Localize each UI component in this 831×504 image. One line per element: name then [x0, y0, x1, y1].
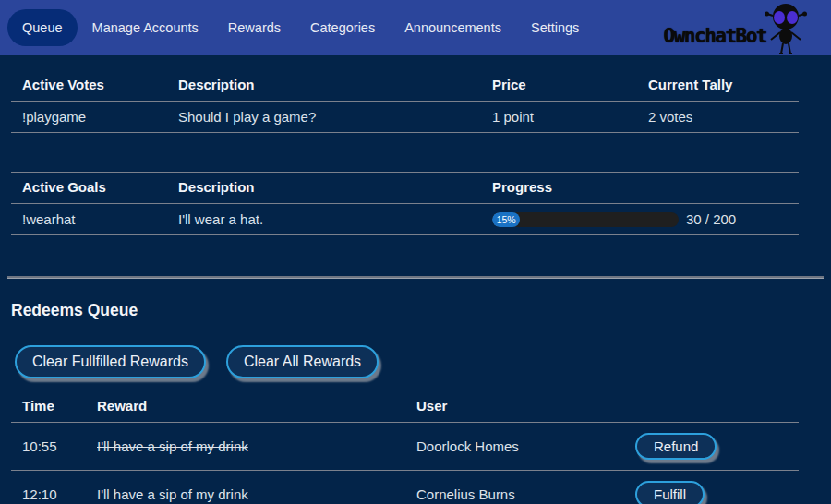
col-header-price: Price	[481, 70, 637, 102]
col-header-time: Time	[11, 391, 86, 423]
nav-tab-manage-accounts[interactable]: Manage Accounts	[78, 9, 213, 46]
table-row: !playgame Should I play a game? 1 point …	[11, 102, 799, 133]
goal-description: I'll wear a hat.	[167, 204, 481, 235]
top-navbar: Queue Manage Accounts Rewards Categories…	[0, 0, 831, 55]
redeem-time: 10:55	[11, 423, 86, 471]
col-header-reward: Reward	[86, 391, 405, 423]
col-header-current-tally: Current Tally	[637, 70, 799, 102]
refund-button[interactable]: Refund	[635, 433, 717, 460]
active-votes-header-row: Active Votes Description Price Current T…	[11, 70, 799, 102]
progress-count: 30 / 200	[686, 211, 736, 227]
page-content: Active Votes Description Price Current T…	[0, 55, 831, 504]
goal-command: !wearhat	[11, 204, 167, 235]
progress-bar-track: 15%	[492, 212, 679, 227]
nav-tab-rewards[interactable]: Rewards	[213, 9, 295, 46]
col-header-description: Description	[167, 70, 481, 102]
active-goals-table: Active Goals Description Progress !wearh…	[11, 172, 799, 235]
col-header-active-votes: Active Votes	[11, 70, 167, 102]
nav-tab-categories[interactable]: Categories	[295, 9, 390, 46]
vote-tally: 2 votes	[637, 102, 799, 133]
redeem-user: Doorlock Homes	[405, 423, 624, 471]
table-row: 10:55 I'll have a sip of my drink Doorlo…	[11, 423, 799, 471]
nav-tab-settings[interactable]: Settings	[516, 9, 594, 46]
nav-tab-queue[interactable]: Queue	[7, 9, 78, 46]
redeems-queue-table: Time Reward User 10:55 I'll have a sip o…	[11, 391, 799, 504]
redeems-queue-title: Redeems Queue	[11, 301, 831, 320]
redeem-time: 12:10	[11, 471, 86, 504]
col-header-user: User	[405, 391, 624, 423]
col-header-progress: Progress	[481, 173, 799, 204]
col-header-active-goals: Active Goals	[11, 173, 167, 204]
vote-description: Should I play a game?	[167, 102, 481, 133]
redeem-user: Cornelius Burns	[405, 471, 624, 504]
clear-fulfilled-rewards-button[interactable]: Clear Fullfilled Rewards	[15, 345, 206, 378]
redeem-reward: I'll have a sip of my drink	[97, 438, 248, 454]
goal-progress: 15% 30 / 200	[492, 211, 788, 227]
section-divider	[7, 276, 824, 279]
clear-all-rewards-button[interactable]: Clear All Rewards	[226, 345, 379, 378]
table-row: !wearhat I'll wear a hat. 15% 30 / 200	[11, 204, 799, 235]
fulfill-button[interactable]: Fulfill	[635, 481, 705, 504]
robot-mascot-icon	[761, 2, 811, 55]
redeems-header-row: Time Reward User	[11, 391, 799, 423]
vote-command: !playgame	[11, 102, 167, 133]
redeems-actions: Clear Fullfilled Rewards Clear All Rewar…	[15, 345, 831, 378]
active-votes-table: Active Votes Description Price Current T…	[11, 70, 799, 133]
col-header-description: Description	[167, 173, 481, 204]
redeem-reward: I'll have a sip of my drink	[97, 486, 248, 502]
brand-logo-text: OwnchatBot	[664, 25, 766, 47]
active-goals-header-row: Active Goals Description Progress	[11, 173, 799, 204]
vote-price: 1 point	[481, 102, 637, 133]
brand-logo: OwnchatBot	[664, 0, 811, 55]
nav-tab-announcements[interactable]: Announcements	[390, 9, 516, 46]
col-header-action	[624, 391, 799, 423]
progress-bar-fill: 15%	[492, 212, 520, 227]
table-row: 12:10 I'll have a sip of my drink Cornel…	[11, 471, 799, 504]
